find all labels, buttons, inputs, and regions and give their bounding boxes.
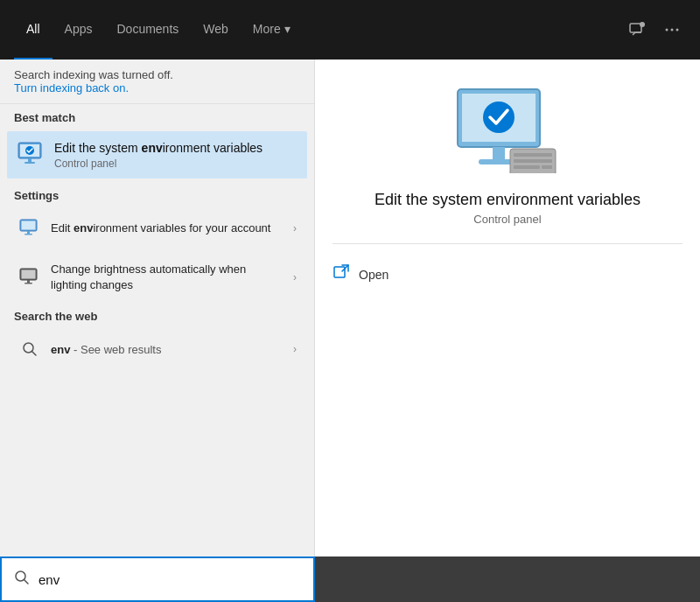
web-search-item[interactable]: env - See web results › [7, 328, 307, 370]
web-item-arrow: › [293, 343, 297, 355]
indexing-notice-text: Search indexing was turned off. [14, 68, 300, 81]
svg-rect-16 [27, 280, 30, 283]
search-text-input[interactable] [38, 572, 301, 587]
search-bar-container [0, 556, 700, 602]
feedback-button[interactable] [623, 16, 651, 44]
app-icon-area [451, 86, 564, 173]
svg-rect-17 [24, 283, 32, 284]
settings-icon-1 [18, 216, 42, 241]
left-panel: Search indexing was turned off. Turn ind… [0, 60, 315, 556]
tab-more[interactable]: More ▾ [241, 0, 303, 60]
more-options-button[interactable] [658, 16, 686, 44]
tab-all[interactable]: All [14, 0, 52, 60]
search-icon [14, 570, 30, 590]
svg-rect-28 [542, 165, 552, 169]
svg-rect-22 [493, 147, 505, 159]
right-panel: Edit the system environment variables Co… [315, 60, 700, 556]
tab-apps[interactable]: Apps [52, 0, 105, 60]
best-match-header: Best match [0, 104, 314, 128]
open-icon [332, 263, 350, 285]
tab-documents[interactable]: Documents [104, 0, 191, 60]
best-match-title: Edit the system environment variables [54, 140, 297, 156]
svg-rect-30 [334, 267, 345, 277]
svg-rect-15 [22, 270, 36, 278]
settings-item-brightness[interactable]: Change brightness automatically when lig… [7, 253, 307, 301]
settings-header: Settings [0, 182, 314, 206]
svg-rect-26 [514, 159, 552, 163]
svg-point-3 [671, 29, 674, 32]
divider [332, 243, 682, 244]
svg-line-19 [32, 352, 37, 356]
best-match-text: Edit the system environment variables Co… [54, 140, 297, 170]
svg-rect-7 [28, 158, 32, 162]
svg-point-4 [676, 29, 679, 32]
svg-rect-27 [514, 165, 540, 169]
indexing-notice: Search indexing was turned off. Turn ind… [0, 60, 314, 104]
right-panel-title: Edit the system environment variables [374, 191, 640, 209]
topbar-actions [623, 16, 686, 44]
open-action[interactable]: Open [332, 258, 682, 290]
search-input-area[interactable] [0, 556, 315, 602]
svg-rect-11 [22, 221, 36, 230]
web-header: Search the web [0, 303, 314, 326]
settings-item-1-arrow: › [293, 222, 297, 234]
best-match-icon [18, 140, 46, 168]
open-label: Open [359, 268, 388, 282]
best-match-subtitle: Control panel [54, 158, 297, 170]
svg-rect-8 [24, 162, 35, 164]
main-content: Search indexing was turned off. Turn ind… [0, 60, 700, 556]
settings-item-2-arrow: › [293, 271, 297, 284]
settings-item-env-account[interactable]: Edit environment variables for your acco… [7, 207, 307, 249]
svg-point-1 [640, 22, 645, 27]
indexing-link[interactable]: Turn indexing back on. [14, 81, 129, 94]
svg-rect-13 [24, 234, 32, 235]
settings-item-1-text: Edit environment variables for your acco… [51, 220, 284, 236]
svg-rect-12 [27, 231, 30, 234]
search-web-icon [18, 337, 42, 361]
svg-point-2 [666, 29, 668, 32]
top-bar: All Apps Documents Web More ▾ [0, 0, 700, 60]
svg-line-33 [24, 579, 29, 584]
settings-item-2-text: Change brightness automatically when lig… [51, 262, 284, 292]
right-panel-subtitle: Control panel [473, 213, 541, 226]
tab-web[interactable]: Web [191, 0, 241, 60]
svg-point-29 [483, 102, 514, 133]
taskbar-area [315, 556, 700, 602]
svg-rect-25 [514, 153, 552, 157]
best-match-item[interactable]: Edit the system environment variables Co… [7, 131, 307, 178]
nav-tabs: All Apps Documents Web More ▾ [14, 0, 620, 60]
settings-icon-2 [18, 265, 42, 290]
web-item-text: env - See web results [51, 343, 284, 356]
